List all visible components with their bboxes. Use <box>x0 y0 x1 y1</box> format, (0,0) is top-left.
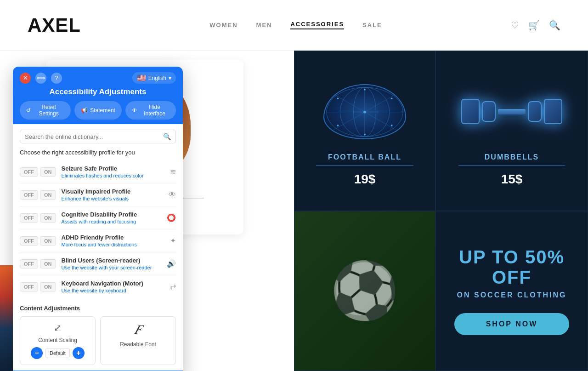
toggle-off-seizure[interactable]: OFF <box>20 167 38 177</box>
promo-title: UP TO 50% OFF <box>454 247 569 287</box>
toggle-on-seizure[interactable]: ON <box>40 167 56 177</box>
reset-settings-button[interactable]: ↺ Reset Settings <box>20 101 71 120</box>
dumbbells-divider <box>458 165 565 166</box>
dumbbell-weight-left <box>461 99 480 124</box>
dictionary-search-input[interactable] <box>25 133 159 140</box>
profile-name-cognitive: Cognitive Disability Profile <box>62 211 162 218</box>
svg-point-9 <box>391 97 393 99</box>
toggle-on-visually[interactable]: ON <box>40 190 56 200</box>
accessibility-body: 🔍 Choose the right accessibility profile… <box>13 124 183 371</box>
profile-desc-cognitive: Assists with reading and focusing <box>62 219 162 224</box>
language-selector[interactable]: 🇺🇸 English ▾ <box>132 72 176 84</box>
dumbbell-weight-inner-right <box>528 101 542 122</box>
content-scaling-label: Content Scaling <box>38 337 77 343</box>
toggle-visually: OFF ON <box>20 190 56 200</box>
svg-point-7 <box>363 110 366 113</box>
dumbbells-price: 15$ <box>501 172 523 187</box>
hide-icon: 👁 <box>132 107 137 114</box>
profile-desc-visually: Enhance the website's visuals <box>62 196 164 201</box>
resize-panel-button[interactable]: ⟺ <box>35 73 46 84</box>
readable-font-label: Readable Font <box>120 341 156 348</box>
accessibility-title: Accessibility Adjustments <box>50 87 147 97</box>
promo-subtitle: ON SOCCER CLOTHING <box>457 291 567 299</box>
scaling-default-label: Default <box>45 348 70 358</box>
toggle-on-keyboard[interactable]: ON <box>40 282 56 291</box>
accessibility-header-top: ✕ ⟺ ? 🇺🇸 English ▾ <box>20 72 176 84</box>
profile-desc-keyboard: Use the website by keyboard <box>62 288 165 293</box>
help-panel-button[interactable]: ? <box>51 73 62 84</box>
blind-icon: 🔊 <box>167 259 176 268</box>
football-divider <box>316 165 414 166</box>
svg-point-10 <box>337 125 339 126</box>
right-product-section: FOOTBALL BALL 19$ DUMBBELLS 15$ <box>294 51 588 371</box>
adhd-icon: ✦ <box>170 236 176 245</box>
readable-font-card: 𝐹 Readable Font <box>100 316 176 365</box>
football-image <box>319 75 411 148</box>
choose-profile-label: Choose the right accessibility profile f… <box>20 149 176 156</box>
dumbbell-shape <box>461 99 562 124</box>
accessibility-header: ✕ ⟺ ? 🇺🇸 English ▾ Accessibility Adjustm… <box>13 67 183 124</box>
football-price: 19$ <box>354 172 376 187</box>
visually-icon: 👁 <box>169 191 176 199</box>
scaling-decrease-button[interactable]: − <box>31 347 43 359</box>
site-logo: AXEL <box>28 14 81 36</box>
content-adjustments-section: Content Adjustments ⤢ Content Scaling − … <box>20 305 176 365</box>
cart-icon[interactable]: 🛒 <box>528 20 540 31</box>
wishlist-icon[interactable]: ♡ <box>511 20 519 31</box>
profile-desc-blind: Use the website with your screen-reader <box>62 265 162 270</box>
readable-font-icon: 𝐹 <box>134 322 142 337</box>
dumbbell-weight-right <box>544 99 562 124</box>
profile-row-visually: OFF ON Visually Impaired Profile Enhance… <box>20 183 176 206</box>
toggle-off-cognitive[interactable]: OFF <box>20 213 38 223</box>
accessibility-panel: ✕ ⟺ ? 🇺🇸 English ▾ Accessibility Adjustm… <box>13 67 183 371</box>
toggle-off-adhd[interactable]: OFF <box>20 236 38 245</box>
nav-women[interactable]: WOMEN <box>209 22 237 29</box>
profile-row-seizure: OFF ON Seizure Safe Profile Eliminates f… <box>20 160 176 183</box>
dumbbells-card: DUMBBELLS 15$ <box>435 51 588 211</box>
statement-button[interactable]: 📢 Statement <box>74 101 122 120</box>
nav-accessories[interactable]: ACCESSORIES <box>290 21 344 29</box>
dumbbell-weight-inner-left <box>482 101 496 122</box>
toggle-off-visually[interactable]: OFF <box>20 190 38 200</box>
content-adjustments-grid: ⤢ Content Scaling − Default + 𝐹 Readable… <box>20 316 176 365</box>
accessibility-actions-row: ↺ Reset Settings 📢 Statement 👁 Hide Inte… <box>20 101 176 120</box>
profile-name-blind: Blind Users (Screen-reader) <box>62 257 162 264</box>
profile-name-keyboard: Keyboard Navigation (Motor) <box>62 280 165 287</box>
profile-info-seizure: Seizure Safe Profile Eliminates flashes … <box>62 165 165 178</box>
toggle-seizure: OFF ON <box>20 167 56 177</box>
keyboard-icon: ⇄ <box>170 282 176 291</box>
toggle-on-blind[interactable]: ON <box>40 259 56 268</box>
content-scaling-card: ⤢ Content Scaling − Default + <box>20 316 96 365</box>
svg-point-12 <box>364 89 366 91</box>
profile-row-adhd: OFF ON ADHD Friendly Profile More focus … <box>20 229 176 252</box>
svg-point-13 <box>364 133 366 135</box>
toggle-adhd: OFF ON <box>20 236 56 245</box>
profile-row-keyboard: OFF ON Keyboard Navigation (Motor) Use t… <box>20 275 176 298</box>
chevron-down-icon: ▾ <box>169 75 171 81</box>
toggle-on-adhd[interactable]: ON <box>40 236 56 245</box>
soccer-player-dark: ⚽ <box>330 258 399 323</box>
content-adjustments-title: Content Adjustments <box>20 305 176 312</box>
profile-row-cognitive: OFF ON Cognitive Disability Profile Assi… <box>20 206 176 229</box>
shop-now-button[interactable]: SHOP NOW <box>454 313 569 335</box>
hide-interface-button[interactable]: 👁 Hide Interface <box>125 101 176 120</box>
nav-sale[interactable]: SALE <box>362 22 382 29</box>
main-nav: WOMEN MEN ACCESSORIES SALE <box>209 21 382 29</box>
toggle-keyboard: OFF ON <box>20 282 56 291</box>
seizure-icon: ≋ <box>170 167 176 176</box>
football-mesh <box>323 84 406 139</box>
nav-men[interactable]: MEN <box>256 22 272 29</box>
profile-info-keyboard: Keyboard Navigation (Motor) Use the webs… <box>62 280 165 293</box>
profile-name-visually: Visually Impaired Profile <box>62 188 164 195</box>
toggle-off-blind[interactable]: OFF <box>20 259 38 268</box>
football-card: FOOTBALL BALL 19$ <box>294 51 435 211</box>
search-dictionary-icon: 🔍 <box>163 133 171 140</box>
search-icon[interactable]: 🔍 <box>549 20 560 31</box>
toggle-off-keyboard[interactable]: OFF <box>20 282 38 291</box>
site-header: AXEL WOMEN MEN ACCESSORIES SALE ♡ 🛒 🔍 <box>0 0 588 51</box>
toggle-on-cognitive[interactable]: ON <box>40 213 56 223</box>
close-panel-button[interactable]: ✕ <box>20 73 31 84</box>
statement-icon: 📢 <box>81 107 88 114</box>
cognitive-icon: ⭕ <box>167 213 176 222</box>
scaling-increase-button[interactable]: + <box>73 347 85 359</box>
